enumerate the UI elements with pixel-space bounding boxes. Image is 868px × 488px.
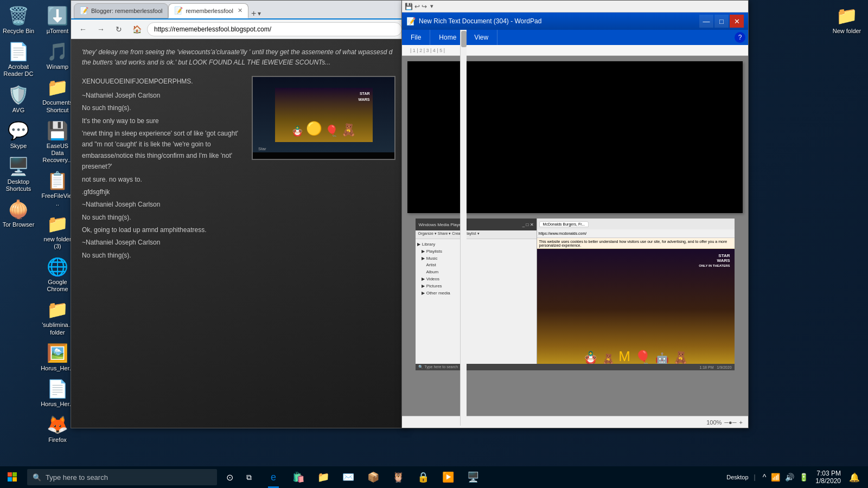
browser-window: 📝 Blogger: rememberlessfool 📝 rememberle… xyxy=(71,0,407,428)
file-tab-label: File xyxy=(411,34,421,41)
maximize-button[interactable]: □ xyxy=(714,15,729,28)
taskbar-app-edge[interactable]: e xyxy=(261,466,285,488)
screenshot-browser: McDonalds Burgers, Fr... https://www.mcd… xyxy=(537,219,735,370)
desktop: 📁 New folder 🗑️ Recycle Bin 📄 Acrobat Re… xyxy=(0,0,868,466)
desktop-icon-skype[interactable]: 💬 Skype xyxy=(0,118,37,152)
only-in-theaters: ONLY IN THEATERS xyxy=(699,264,730,267)
titlebar-left: 📝 New Rich Text Document (304) - WordPad xyxy=(406,17,541,25)
quickaccess-expand[interactable]: ▾ xyxy=(430,3,433,10)
desktop-icon-new-folder-top[interactable]: 📁 New folder xyxy=(828,3,865,37)
wordpad-title: New Rich Text Document (304) - WordPad xyxy=(419,17,541,25)
taskbar-app-vpn[interactable]: 🔒 xyxy=(411,466,435,488)
desktop-icons-col1: 🗑️ Recycle Bin 📄 Acrobat Reader DC 🛡️ AV… xyxy=(0,0,37,233)
icon-label: Horus_Her... xyxy=(41,365,74,372)
mc-items: 🪆 🟡 🎈 🧸 xyxy=(291,118,356,139)
wordpad-quickaccess: 💾 ↩ ↪ ▾ xyxy=(402,1,748,12)
close-button[interactable]: ✕ xyxy=(730,15,744,28)
icon-label: Skype xyxy=(10,143,27,150)
explorer-toolbar: Organize ▾ Share ▾ Create playlist ▾ xyxy=(416,230,536,239)
explorer-controls: _ □ ✕ xyxy=(522,222,534,227)
wordpad-app-icon: 📝 xyxy=(406,17,416,25)
desktop-icon-shortcuts[interactable]: 🖥️ Desktop Shortcuts xyxy=(0,153,37,195)
tripadvisor-icon: 🦉 xyxy=(392,471,404,483)
tray-network[interactable]: 📶 xyxy=(769,471,782,483)
documents-icon: 📁 xyxy=(47,77,68,98)
tab-label-active: rememberlessfool xyxy=(186,8,233,14)
wordpad-scrollbar[interactable] xyxy=(460,30,467,426)
tab-rememberlessfool[interactable]: 📝 rememberlessfool ✕ xyxy=(168,3,248,18)
blog-line-9: No such thing(s). xyxy=(82,212,395,223)
forward-button[interactable]: → xyxy=(93,22,108,37)
toy-4: 🧸 xyxy=(673,351,688,365)
mcdonalds-m: M xyxy=(618,348,630,365)
desktop-icon-tor[interactable]: 🧅 Tor Browser xyxy=(0,196,37,231)
taskbar-app-amazon[interactable]: 📦 xyxy=(361,466,385,488)
toy-1: 🪆 xyxy=(583,351,598,365)
store-icon: 🛍️ xyxy=(292,471,304,483)
taskbar-search-box[interactable]: 🔍 Type here to search xyxy=(27,469,217,485)
address-bar-input[interactable] xyxy=(147,22,402,36)
show-desktop-label: Desktop xyxy=(726,474,748,480)
mcd-scene: STARWARSONLY IN THEATERS 🪆 🧸 M 🎈 🤖 🧸 xyxy=(537,249,735,370)
blog-line-12: No such thing(s). xyxy=(82,250,395,261)
back-button[interactable]: ← xyxy=(75,22,91,37)
refresh-button[interactable]: ↻ xyxy=(111,22,126,37)
home-tab-label: Home xyxy=(439,34,456,41)
mcdonalds-screenshot: STARWARS 🪆 🟡 🎈 🧸 xyxy=(275,88,373,142)
screenshot-content: STARWARS 🪆 🟡 🎈 🧸 xyxy=(253,77,394,152)
toy-2: 🧸 xyxy=(602,353,614,365)
redo-icon[interactable]: ↪ xyxy=(422,3,427,10)
vpn-icon: 🔒 xyxy=(417,471,429,483)
easeus-icon: 💾 xyxy=(47,120,68,141)
undo-icon[interactable]: ↩ xyxy=(414,3,420,10)
tree-item-videos: ▶ Videos xyxy=(417,276,534,283)
desktop-icon-acrobat[interactable]: 📄 Acrobat Reader DC xyxy=(0,38,37,80)
taskbar-app-media[interactable]: ▶️ xyxy=(436,466,460,488)
task-view-button[interactable]: ⧉ xyxy=(239,467,259,487)
tab-blogger[interactable]: 📝 Blogger: rememberlessfool xyxy=(74,3,168,18)
wordpad-ruler: | 1 | 2 | 3 | 4 | 5 | xyxy=(402,45,748,56)
tor-icon: 🧅 xyxy=(8,199,29,220)
icon-label: New folder xyxy=(833,28,861,35)
skype-icon: 💬 xyxy=(8,120,29,141)
cortana-button[interactable]: ⊙ xyxy=(220,467,239,487)
taskbar-app-mail[interactable]: ✉️ xyxy=(336,466,360,488)
start-button[interactable] xyxy=(0,466,24,488)
tray-chevron[interactable]: ^ xyxy=(761,471,768,483)
desktop-icon-avg[interactable]: 🛡️ AVG xyxy=(0,82,37,117)
taskbar-app-files[interactable]: 📁 xyxy=(311,466,335,488)
home-button[interactable]: 🏠 xyxy=(129,22,144,37)
tray-battery[interactable]: 🔋 xyxy=(797,471,810,483)
tab-list-button[interactable]: ▾ xyxy=(258,10,261,17)
view-tab-label: View xyxy=(474,34,488,41)
tray-volume[interactable]: 🔊 xyxy=(783,471,796,483)
amazon-icon: 📦 xyxy=(367,471,379,483)
desktop-icon-recycle-bin[interactable]: 🗑️ Recycle Bin xyxy=(0,3,37,37)
tab-close-button[interactable]: ✕ xyxy=(238,7,242,14)
avg-icon: 🛡️ xyxy=(8,85,29,105)
zoom-slider[interactable]: ─●─ xyxy=(724,419,736,426)
svg-rect-2 xyxy=(8,477,12,481)
zoom-in-button[interactable]: + xyxy=(739,419,743,426)
blog-line-7: .gfdsgfhjk xyxy=(82,187,395,197)
horus-img-icon: 🖼️ xyxy=(47,343,68,363)
icon-label: Tor Browser xyxy=(3,221,35,228)
taskbar-app-unknown[interactable]: 🖥️ xyxy=(461,466,485,488)
taskbar-app-tripadvisor[interactable]: 🦉 xyxy=(386,466,410,488)
tab-favicon-active: 📝 xyxy=(174,7,183,15)
blog-article: 'they' deleay me from seeing the 'viewco… xyxy=(71,39,406,428)
minimize-button[interactable]: — xyxy=(699,15,713,28)
ribbon-tab-view[interactable]: View xyxy=(465,30,497,45)
horus-pdf-icon: 📄 xyxy=(47,378,68,399)
taskbar-app-store[interactable]: 🛍️ xyxy=(286,466,310,488)
icon-label: EaseUS Data Recovery... xyxy=(41,143,74,164)
notification-center-button[interactable]: 🔔 xyxy=(846,472,863,483)
scrollbar-thumb[interactable] xyxy=(461,31,467,47)
help-button[interactable]: ? xyxy=(735,32,745,43)
new-tab-button[interactable]: + xyxy=(251,9,256,18)
icon-label: Firefox xyxy=(48,436,67,444)
system-clock[interactable]: 7:03 PM 1/8/2020 xyxy=(813,470,844,485)
tree-item-artist: Artist xyxy=(417,262,534,269)
ribbon-tab-file[interactable]: File xyxy=(402,30,430,45)
save-icon[interactable]: 💾 xyxy=(405,3,413,10)
